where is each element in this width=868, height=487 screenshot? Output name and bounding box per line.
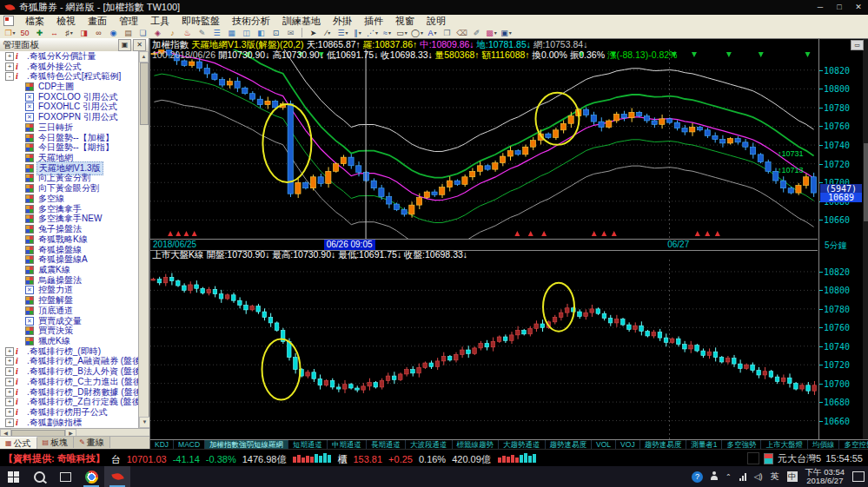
menu-畫面[interactable]: 畫面: [82, 15, 113, 27]
open-chart-icon[interactable]: ❒▾: [3, 27, 17, 39]
monitor-icon[interactable]: ⊡: [269, 27, 282, 39]
watch-symbol-label[interactable]: 元大台灣5: [778, 452, 821, 465]
chart-thumb-icon[interactable]: ◫: [240, 27, 253, 39]
bell-red-icon[interactable]: ♨: [181, 27, 194, 39]
formula-icon: [25, 134, 34, 142]
price-axis-label: 10720: [824, 360, 850, 370]
ime-icon[interactable]: 中: [787, 471, 798, 482]
expand-icon[interactable]: +: [5, 52, 14, 61]
taskbar-search-button[interactable]: [26, 466, 52, 487]
sidebar-tab-板塊[interactable]: ▤板塊: [37, 437, 75, 448]
main-chart-panel[interactable]: ↕10731↕10713: [150, 49, 818, 239]
cursor-tool-icon[interactable]: ➤: [307, 27, 320, 39]
notebook-icon[interactable]: ▤: [122, 27, 135, 39]
axis-tick: [819, 108, 823, 109]
traffic-light-icon[interactable]: ◨: [77, 27, 90, 39]
tray-slot[interactable]: [747, 452, 759, 464]
pen-icon[interactable]: ✎: [195, 27, 209, 39]
grid-period-icon[interactable]: ♯▾: [63, 27, 76, 39]
bell-gold-icon[interactable]: ♪: [166, 27, 179, 39]
chrome-taskbar-button[interactable]: [78, 466, 104, 487]
expand-icon[interactable]: +: [5, 388, 14, 397]
channel-tool-icon[interactable]: ⋰▾: [366, 27, 379, 39]
上市大盤K線[interactable]: [150, 260, 818, 439]
scroll-thumb[interactable]: [140, 63, 149, 125]
sub-chart-panel[interactable]: [150, 260, 818, 439]
expand-icon[interactable]: +: [5, 63, 14, 71]
close-button[interactable]: ✕: [849, 1, 868, 14]
tree-item[interactable]: 向下黃金眼分割: [0, 183, 140, 194]
chart-thumb2-icon[interactable]: ◧: [255, 27, 268, 39]
people-icon[interactable]: [711, 475, 718, 482]
menu-說明[interactable]: 說明: [421, 15, 452, 27]
wave-tool-icon[interactable]: ≈▾: [381, 27, 394, 39]
tree-item[interactable]: +i.奇狐劃線指標: [0, 418, 140, 428]
start-button[interactable]: [0, 466, 26, 487]
menu-視窗[interactable]: 視窗: [389, 15, 421, 27]
language-indicator[interactable]: 英: [771, 471, 779, 483]
expand-icon[interactable]: +: [5, 418, 14, 427]
book-icon[interactable]: ❏: [136, 27, 149, 39]
sidebar-tab-公式[interactable]: ▦公式: [0, 437, 37, 449]
menu-訓練基地[interactable]: 訓練基地: [276, 15, 327, 27]
expand-icon[interactable]: +: [5, 378, 14, 386]
hline-tool-icon[interactable]: ☰▾: [336, 27, 349, 39]
加權指數 天羅地網V1.3版 5分鐘[interactable]: ↕10731↕10713: [150, 49, 818, 239]
buy-signal-icon: [192, 231, 197, 236]
expand-icon[interactable]: +: [5, 357, 14, 365]
scroll-up-icon[interactable]: ▲: [139, 51, 149, 63]
eraser-tool-icon[interactable]: ⌫: [455, 27, 468, 39]
line-tool-icon[interactable]: ∕▾: [321, 27, 335, 39]
menu-工具[interactable]: 工具: [144, 15, 176, 27]
expand-icon[interactable]: +: [5, 398, 14, 406]
brush-tool-icon[interactable]: ✐: [470, 27, 483, 39]
taskbar-clock[interactable]: 下午 03:54 2018/6/27: [805, 468, 845, 485]
maximize-button[interactable]: □: [830, 1, 849, 14]
scroll-thumb[interactable]: [864, 143, 868, 221]
copy-tool-icon[interactable]: ❐: [441, 27, 454, 39]
period-50-icon[interactable]: 50: [18, 27, 31, 39]
close-icon[interactable]: ✕: [133, 39, 146, 51]
chart-scrollbar[interactable]: [863, 39, 868, 439]
header-field: 最高:10730.90↓: [272, 249, 338, 260]
mail-icon[interactable]: ✉: [284, 27, 297, 39]
tree-vertical-scrollbar[interactable]: ▲ ▼: [138, 51, 149, 428]
pin-icon[interactable]: ▣: [118, 39, 131, 51]
panel-collapse-button[interactable]: ▭: [851, 40, 864, 50]
help-icon[interactable]: ?: [692, 471, 703, 483]
circle-tool-icon[interactable]: ◯▾: [410, 27, 424, 39]
speaker-icon[interactable]: ◁): [754, 472, 763, 481]
menu-檢視[interactable]: 檢視: [50, 15, 82, 27]
panel-icon[interactable]: ▦: [225, 27, 238, 39]
subchart-header: 上市大盤K線 開盤:10730.90↓ 最高:10730.90↓ 最低:1069…: [152, 249, 467, 260]
expand-icon[interactable]: +: [5, 367, 14, 376]
task-view-button[interactable]: [52, 466, 78, 487]
menu-管理[interactable]: 管理: [113, 15, 144, 27]
menu-插件[interactable]: 插件: [358, 15, 389, 27]
foxapp-taskbar-button[interactable]: [104, 466, 130, 487]
minimize-button[interactable]: ─: [811, 1, 830, 14]
timeframe-label[interactable]: 5分鐘: [825, 240, 847, 252]
info-circle-icon[interactable]: ◉: [107, 27, 120, 39]
rect-tool-icon[interactable]: ▭▾: [395, 27, 408, 39]
tray-expand-icon[interactable]: ⌃: [726, 473, 732, 481]
expand-icon[interactable]: +: [5, 408, 14, 417]
menu-檔案[interactable]: 檔案: [19, 15, 50, 27]
text-tool-icon[interactable]: A▾: [426, 27, 439, 39]
menu-即時監盤[interactable]: 即時監盤: [176, 15, 226, 27]
expand-icon[interactable]: +: [5, 347, 14, 356]
sidebar-tab-畫線[interactable]: ✎畫線: [74, 437, 110, 448]
notification-center-icon[interactable]: [852, 471, 865, 482]
menu-技術分析[interactable]: 技術分析: [226, 15, 276, 27]
list-icon[interactable]: ☰: [210, 27, 223, 39]
vline-tool-icon[interactable]: ∥▾: [351, 27, 364, 39]
expand-cross-icon[interactable]: ✚: [33, 27, 46, 39]
network-icon[interactable]: [739, 473, 746, 481]
menu-外掛[interactable]: 外掛: [327, 15, 358, 27]
compress-horizontal-icon[interactable]: ↔: [48, 27, 61, 39]
collapse-icon[interactable]: -: [5, 72, 14, 81]
search-doc-icon[interactable]: ◈: [151, 27, 164, 39]
binoculars-icon[interactable]: ∞: [92, 27, 105, 39]
save-tool-icon[interactable]: ▣▾: [500, 27, 513, 39]
palette-tool-icon[interactable]: ▩▾: [485, 27, 498, 39]
